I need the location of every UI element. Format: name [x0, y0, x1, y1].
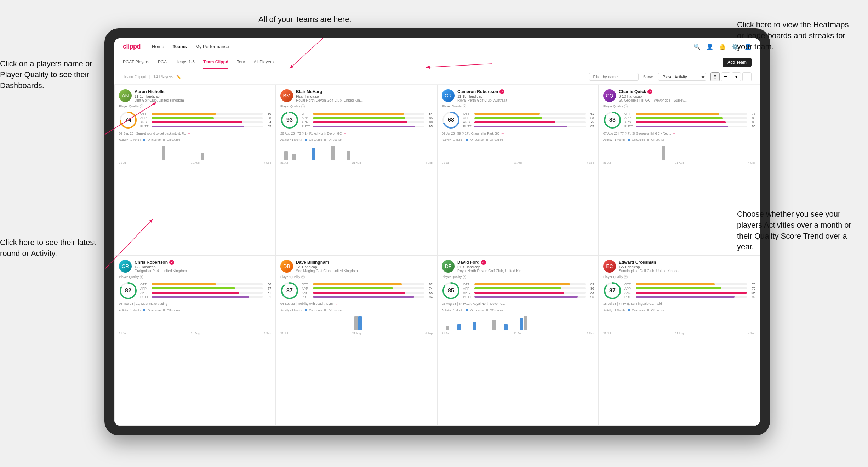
stat-bar-container: [636, 126, 747, 127]
profile-icon[interactable]: 👤: [706, 43, 713, 50]
quality-section[interactable]: 87 OTT 82 AP: [280, 281, 433, 300]
quality-circle[interactable]: 68: [442, 111, 460, 129]
quality-circle[interactable]: 74: [119, 111, 137, 129]
latest-round[interactable]: 07 Aug 23 | 77 (+7), St George's Hill GC…: [603, 131, 755, 135]
latest-round-arrow[interactable]: →: [343, 131, 347, 135]
player-name[interactable]: Cameron Robertson ✓: [457, 89, 594, 94]
stat-label-ott: OTT: [624, 112, 634, 115]
tab-pgat-players[interactable]: PGAT Players: [123, 55, 149, 69]
off-course-dot: [324, 139, 326, 141]
quality-section[interactable]: 87 OTT 73 AP: [603, 281, 755, 300]
player-name[interactable]: David Ford ✓: [457, 260, 594, 265]
stat-row-arg: ARG 81: [140, 291, 271, 295]
latest-round-arrow[interactable]: →: [663, 302, 667, 306]
latest-round[interactable]: 18 Jul 23 | 74 (+4), Sunningdale GC - Ol…: [603, 302, 755, 306]
bell-icon[interactable]: 🔔: [719, 43, 726, 50]
player-club: Drift Golf Club, United Kingdom: [135, 98, 271, 102]
stat-label-arg: ARG: [624, 120, 634, 124]
quality-section[interactable]: 68 OTT 61 AP: [442, 111, 594, 129]
app-logo[interactable]: clippd: [123, 43, 141, 50]
off-course-dot: [486, 309, 488, 311]
player-handicap: Plus Handicap: [457, 265, 594, 269]
quality-section[interactable]: 85 OTT 89 AP: [442, 281, 594, 300]
latest-round[interactable]: 26 Aug 23 | 73 (+1), Royal North Devon G…: [280, 131, 433, 135]
tab-pga[interactable]: PGA: [158, 55, 167, 69]
quality-circle[interactable]: 87: [280, 281, 299, 300]
quality-section[interactable]: 82 OTT 60 AP: [119, 281, 271, 300]
on-course-label: On course: [470, 138, 484, 141]
player-name[interactable]: Edward Crossman: [619, 260, 755, 265]
add-team-button[interactable]: Add Team: [723, 58, 752, 67]
activity-title: Activity · 1 Month: [603, 309, 625, 312]
latest-round[interactable]: 26 Aug 23 | 84 (+12), Royal North Devon …: [442, 302, 594, 306]
player-card: EC Edward Crossman 1-5 Handicap Sunningd…: [599, 255, 760, 426]
view-icons: ⊞ ☰ ▼ ↕: [710, 72, 752, 81]
stat-bar-container: [636, 121, 747, 123]
quality-circle[interactable]: 87: [603, 281, 622, 300]
edit-icon[interactable]: ✏️: [176, 75, 181, 79]
player-name[interactable]: Blair McHarg: [296, 89, 433, 94]
show-label: Show:: [643, 75, 654, 79]
activity-section: Activity · 1 Month On course Off course …: [280, 309, 433, 335]
quality-section[interactable]: 93 OTT 84 AP: [280, 111, 433, 129]
stat-value-putt: 96: [587, 295, 594, 299]
quality-section[interactable]: 83 OTT 77 AP: [603, 111, 755, 129]
activity-title: Activity · 1 Month: [280, 138, 302, 141]
latest-round[interactable]: 02 Sep 23 | Sunset round to get back int…: [119, 131, 271, 135]
tab-tour[interactable]: Tour: [237, 55, 245, 69]
list-view-button[interactable]: ☰: [721, 72, 730, 81]
stats-grid: OTT 89 APP: [463, 283, 594, 299]
nav-my-performance[interactable]: My Performance: [195, 44, 229, 49]
nav-home[interactable]: Home: [152, 44, 164, 49]
nav-teams[interactable]: Teams: [173, 44, 187, 49]
off-course-dot: [163, 309, 165, 311]
player-info: Chris Robertson ✓ 1-5 Handicap Craigmill…: [135, 260, 271, 273]
sort-button[interactable]: ↕: [742, 72, 752, 81]
grid-view-button[interactable]: ⊞: [710, 72, 720, 81]
chart-label: 31 Jul: [603, 332, 611, 335]
latest-round-arrow[interactable]: →: [334, 302, 338, 306]
latest-round[interactable]: 03 Mar 23 | 19, Must make putting →: [119, 302, 271, 306]
stat-value-arg: 103: [748, 291, 755, 295]
stat-bar-container: [152, 121, 263, 123]
latest-round[interactable]: 02 Jul 23 | 59 (+17), Craigmillar Park G…: [442, 131, 594, 135]
stat-row-ott: OTT 73: [624, 283, 755, 286]
latest-round-arrow[interactable]: →: [673, 131, 676, 135]
quality-number: 87: [286, 287, 293, 294]
search-icon[interactable]: 🔍: [693, 43, 701, 50]
filter-input[interactable]: [589, 73, 639, 81]
filter-button[interactable]: ▼: [732, 72, 741, 81]
chart-label: 31 Jul: [119, 332, 126, 335]
activity-section: Activity · 1 Month On course Off course …: [603, 309, 755, 335]
player-card: CR Chris Robertson ✓ 1-5 Handicap Craigm…: [114, 255, 276, 426]
activity-title: Activity · 1 Month: [119, 309, 141, 312]
quality-circle[interactable]: 93: [280, 111, 299, 129]
tab-hcaps[interactable]: Hcaps 1-5: [175, 55, 195, 69]
latest-round-arrow[interactable]: →: [187, 131, 191, 135]
quality-circle[interactable]: 85: [442, 281, 460, 300]
latest-round[interactable]: 04 Sep 23 | Mobility with coach, Gym →: [280, 302, 433, 306]
tab-team-clippd[interactable]: Team Clippd: [203, 55, 228, 69]
chart-label: 31 Jul: [280, 332, 288, 335]
player-name[interactable]: Aaron Nicholls: [135, 89, 271, 94]
latest-round-arrow[interactable]: →: [169, 302, 172, 306]
stat-row-putt: PUTT 91: [140, 295, 271, 299]
player-handicap: Plus Handicap: [296, 95, 433, 98]
player-name[interactable]: Chris Robertson ✓: [135, 260, 271, 265]
quality-circle[interactable]: 82: [119, 281, 137, 300]
activity-chart: [280, 313, 433, 331]
tab-all-players[interactable]: All Players: [253, 55, 274, 69]
quality-section[interactable]: 74 OTT 60 AP: [119, 111, 271, 129]
quality-circle[interactable]: 83: [603, 111, 622, 129]
latest-round-arrow[interactable]: →: [507, 302, 510, 306]
player-name[interactable]: Dave Billingham: [296, 260, 433, 265]
show-select[interactable]: Player Activity Quality Score Trend: [658, 73, 706, 81]
stat-label-arg: ARG: [463, 291, 473, 295]
activity-chart: [603, 143, 755, 160]
stat-value-ott: 77: [748, 112, 755, 115]
player-header: CQ Charlie Quick ✓ 6-10 Handicap St. Geo…: [603, 89, 755, 102]
stat-bar-container: [636, 292, 747, 294]
latest-round-arrow[interactable]: →: [501, 131, 504, 135]
player-name[interactable]: Charlie Quick ✓: [619, 89, 755, 94]
stat-label-putt: PUTT: [140, 125, 150, 128]
